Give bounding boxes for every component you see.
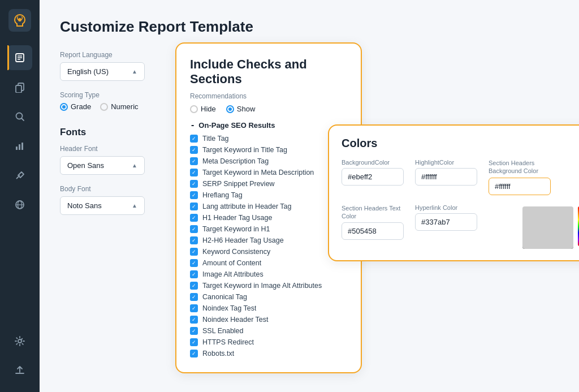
- checklist-item: ✓Keyword Consistency: [190, 248, 347, 256]
- section-headers-bg-label: Section Headers Background Color: [489, 159, 551, 175]
- header-font-dropdown[interactable]: Open Sans ▲: [60, 156, 145, 175]
- scoring-type-label: Scoring Type: [60, 91, 184, 99]
- checkbox-icon[interactable]: ✓: [190, 248, 198, 256]
- background-color-input[interactable]: [342, 168, 404, 186]
- hide-option[interactable]: Hide: [190, 105, 216, 113]
- checkbox-icon[interactable]: ✓: [190, 157, 198, 165]
- highlight-color-input[interactable]: [415, 168, 477, 186]
- checklist-item: ✓Meta Description Tag: [190, 157, 347, 165]
- checkbox-icon[interactable]: ✓: [190, 169, 198, 176]
- checklist-item-label: Target Keyword in Title Tag: [202, 146, 287, 154]
- sidebar-item-globe[interactable]: [7, 192, 32, 217]
- checklist-item-label: Target Keyword in H1: [202, 225, 270, 233]
- checklist-item: ✓Target Keyword in Meta Description: [190, 169, 347, 176]
- checklist-item-label: SERP Snippet Preview: [202, 180, 275, 188]
- checkbox-icon[interactable]: ✓: [190, 135, 198, 143]
- hyperlink-color-input[interactable]: [415, 213, 477, 231]
- left-panel: Report Language English (US) ▲ Scoring T…: [60, 51, 184, 225]
- checkbox-icon[interactable]: ✓: [190, 282, 198, 290]
- report-language-arrow: ▲: [132, 68, 137, 75]
- main-content: Customize Report Template Report Languag…: [40, 0, 579, 392]
- scoring-numeric-radio[interactable]: [100, 103, 108, 111]
- checkbox-icon[interactable]: ✓: [190, 293, 198, 301]
- checkbox-icon[interactable]: ✓: [190, 350, 198, 357]
- checkbox-icon[interactable]: ✓: [190, 146, 198, 154]
- section-headers-bg-input[interactable]: [489, 178, 551, 195]
- highlight-color-group: HighlightColor: [415, 159, 477, 195]
- checklist-item-label: Noindex Tag Test: [202, 304, 256, 312]
- svg-rect-9: [16, 147, 18, 150]
- app-logo[interactable]: [8, 9, 31, 32]
- sidebar-item-tool[interactable]: [7, 163, 32, 188]
- report-language-value: English (US): [67, 67, 109, 76]
- checklist-item: ✓Noindex Tag Test: [190, 304, 347, 312]
- checkbox-icon[interactable]: ✓: [190, 203, 198, 210]
- checklist-item: ✓HTTPS Redirect: [190, 338, 347, 346]
- checkbox-icon[interactable]: ✓: [190, 236, 198, 244]
- checklist-item-label: SSL Enabled: [202, 327, 244, 335]
- sidebar-item-settings[interactable]: [7, 329, 32, 354]
- sidebar-item-chart[interactable]: [7, 133, 32, 158]
- checklist-item-label: Meta Description Tag: [202, 157, 269, 165]
- checkbox-icon[interactable]: ✓: [190, 259, 198, 267]
- svg-rect-10: [19, 144, 20, 150]
- checklist-item: ✓Amount of Content: [190, 259, 347, 267]
- header-font-value: Open Sans: [67, 161, 104, 170]
- checkbox-icon[interactable]: ✓: [190, 270, 198, 278]
- sidebar-item-upload[interactable]: [7, 358, 32, 383]
- checkbox-icon[interactable]: ✓: [190, 304, 198, 312]
- color-fields-row-2: Section Headers Text Color Hyperlink Col…: [342, 204, 477, 240]
- checkbox-icon[interactable]: ✓: [190, 180, 198, 188]
- checkbox-icon[interactable]: ✓: [190, 225, 198, 233]
- sidebar-item-search[interactable]: [7, 104, 32, 129]
- sidebar-item-copy[interactable]: [7, 75, 32, 100]
- checklist-item-label: Target Keyword in Image Alt Attributes: [202, 282, 322, 290]
- hyperlink-color-label: Hyperlink Color: [415, 204, 477, 211]
- sidebar: [0, 0, 40, 392]
- checkbox-icon[interactable]: ✓: [190, 316, 198, 324]
- sidebar-item-edit[interactable]: [7, 45, 32, 70]
- checklist-item-label: HTTPS Redirect: [202, 338, 254, 346]
- checkbox-icon[interactable]: ✓: [190, 338, 198, 346]
- recommendations-label: Recommendations: [190, 92, 347, 100]
- checkbox-icon[interactable]: ✓: [190, 191, 198, 199]
- background-color-group: BackgroundColor: [342, 159, 404, 195]
- checkbox-icon[interactable]: ✓: [190, 214, 198, 222]
- checklist-item: ✓Image Alt Attributes: [190, 270, 347, 278]
- report-language-dropdown[interactable]: English (US) ▲: [60, 62, 145, 81]
- report-language-label: Report Language: [60, 51, 184, 59]
- hide-label: Hide: [201, 105, 216, 113]
- highlight-color-label: HighlightColor: [415, 159, 477, 166]
- section-name: On-Page SEO Results: [198, 121, 275, 130]
- page-title: Customize Report Template: [60, 18, 559, 36]
- show-option[interactable]: Show: [226, 105, 256, 113]
- checklist-item-label: H1 Header Tag Usage: [202, 214, 272, 222]
- scoring-grade-radio[interactable]: [60, 103, 68, 111]
- section-headers-text-input[interactable]: [342, 222, 404, 240]
- checklist-item: ✓Target Keyword in H1: [190, 225, 347, 233]
- body-font-dropdown[interactable]: Noto Sans ▲: [60, 196, 145, 215]
- scoring-grade-option[interactable]: Grade: [60, 102, 91, 111]
- color-gradient-picker[interactable]: [522, 206, 573, 249]
- checklist-item: ✓Target Keyword in Image Alt Attributes: [190, 282, 347, 290]
- scoring-numeric-option[interactable]: Numeric: [100, 102, 138, 111]
- sidebar-bottom: [7, 329, 32, 383]
- checklist-item: ✓Canonical Tag: [190, 293, 347, 301]
- svg-rect-11: [21, 143, 23, 150]
- color-fields-row-1: BackgroundColor HighlightColor Section H…: [342, 159, 579, 195]
- svg-point-7: [16, 113, 23, 119]
- svg-line-8: [22, 119, 24, 121]
- hyperlink-color-group: Hyperlink Color: [415, 204, 477, 240]
- section-headers-text-group: Section Headers Text Color: [342, 204, 404, 240]
- show-radio[interactable]: [226, 105, 234, 113]
- scoring-numeric-label: Numeric: [111, 102, 138, 111]
- checklist: ✓Title Tag✓Target Keyword in Title Tag✓M…: [190, 135, 347, 357]
- checkbox-icon[interactable]: ✓: [190, 327, 198, 335]
- svg-point-0: [18, 18, 21, 21]
- svg-point-15: [18, 339, 21, 343]
- show-label: Show: [237, 105, 256, 113]
- checklist-item: ✓SERP Snippet Preview: [190, 180, 347, 188]
- hide-radio[interactable]: [190, 105, 198, 113]
- body-font-label: Body Font: [60, 185, 184, 193]
- checklist-item-label: Keyword Consistency: [202, 248, 270, 256]
